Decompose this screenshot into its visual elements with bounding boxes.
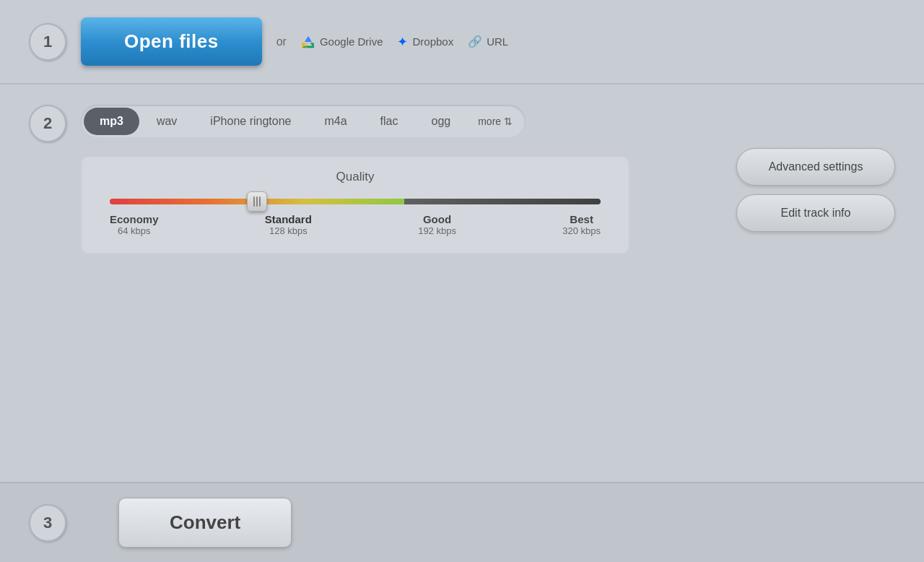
convert-button[interactable]: Convert [118, 498, 292, 548]
step1-row: 1 Open files or Google Drive ✦ Dropbox 🔗… [0, 0, 924, 83]
dropbox-label: Dropbox [412, 35, 453, 48]
quality-markers: Economy 64 kbps Standard 128 kbps Good 1… [110, 213, 601, 236]
tab-m4a[interactable]: m4a [308, 108, 362, 135]
more-chevron-icon: ⇅ [504, 116, 513, 127]
quality-marker-standard: Standard 128 kbps [265, 213, 312, 236]
tab-ogg[interactable]: ogg [415, 108, 466, 135]
open-files-button[interactable]: Open files [81, 17, 262, 66]
edit-track-info-button[interactable]: Edit track info [736, 194, 895, 232]
step1-circle: 1 [29, 23, 66, 61]
format-tabs: mp3 wav iPhone ringtone m4a flac ogg mor… [81, 105, 526, 138]
dropbox-link[interactable]: ✦ Dropbox [397, 34, 453, 50]
thumb-line-3 [259, 196, 261, 207]
quality-economy-name: Economy [110, 213, 159, 225]
quality-best-name: Best [562, 213, 601, 225]
thumb-line-2 [256, 196, 258, 207]
thumb-line-1 [253, 196, 255, 207]
quality-economy-kbps: 64 kbps [110, 225, 159, 236]
tab-wav[interactable]: wav [141, 108, 193, 135]
step2-content: mp3 wav iPhone ringtone m4a flac ogg mor… [81, 105, 707, 254]
quality-marker-good: Good 192 kbps [418, 213, 456, 236]
step2-circle: 2 [29, 105, 66, 142]
quality-marker-economy: Economy 64 kbps [110, 213, 159, 236]
quality-best-kbps: 320 kbps [562, 225, 601, 236]
step2-row: 2 mp3 wav iPhone ringtone m4a flac ogg m… [0, 85, 924, 482]
step3-circle: 3 [29, 504, 66, 542]
tab-mp3[interactable]: mp3 [84, 108, 139, 135]
step1-content: Open files or Google Drive ✦ Dropbox 🔗 U… [81, 17, 508, 66]
tab-iphone-ringtone[interactable]: iPhone ringtone [194, 108, 307, 135]
google-drive-link[interactable]: Google Drive [301, 35, 383, 49]
quality-slider-container [103, 199, 608, 204]
or-label: or [276, 35, 287, 48]
url-icon: 🔗 [468, 35, 482, 48]
quality-panel: Quality Economy 64 kbps Standard [81, 155, 629, 254]
quality-label: Quality [103, 170, 608, 184]
google-drive-label: Google Drive [320, 35, 383, 48]
step3-row: 3 Convert [0, 482, 924, 562]
more-label: more [478, 116, 501, 127]
url-label: URL [487, 35, 508, 48]
google-drive-icon [301, 35, 315, 49]
dropbox-icon: ✦ [397, 34, 408, 50]
quality-standard-name: Standard [265, 213, 312, 225]
quality-good-kbps: 192 kbps [418, 225, 456, 236]
tab-flac[interactable]: flac [365, 108, 414, 135]
url-link[interactable]: 🔗 URL [468, 35, 508, 48]
quality-slider-track[interactable] [110, 199, 601, 204]
quality-standard-kbps: 128 kbps [265, 225, 312, 236]
quality-marker-best: Best 320 kbps [562, 213, 601, 236]
advanced-settings-button[interactable]: Advanced settings [736, 148, 895, 186]
right-panel: Advanced settings Edit track info [736, 148, 895, 232]
quality-slider-thumb[interactable] [247, 191, 267, 212]
tab-more-button[interactable]: more ⇅ [468, 108, 523, 134]
quality-good-name: Good [418, 213, 456, 225]
